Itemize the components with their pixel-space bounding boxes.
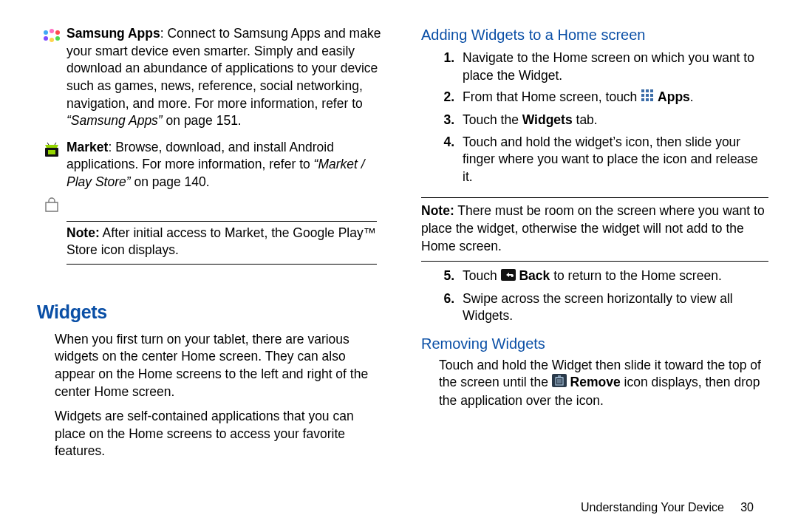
svg-rect-16: [650, 98, 653, 101]
market-icon: [37, 139, 66, 160]
widgets-p1: When you first turn on your tablet, ther…: [37, 331, 384, 401]
step-3-a: Touch the: [463, 112, 522, 127]
step-5: Touch Back to return to the Home screen.: [458, 267, 768, 285]
remove-b: Remove: [570, 375, 621, 389]
step-5-a: Touch: [463, 268, 501, 283]
samsung-apps-icon: [37, 25, 66, 43]
note-block: Note: There must be room on the screen w…: [421, 202, 768, 255]
svg-point-4: [50, 38, 54, 42]
footer-section: Understanding Your Device: [581, 501, 724, 514]
step-4-text: Touch and hold the widget’s icon, then s…: [463, 134, 758, 184]
note-rule-top: [421, 197, 768, 198]
svg-rect-15: [646, 98, 649, 101]
svg-rect-8: [641, 89, 644, 92]
svg-rect-10: [650, 89, 653, 92]
market-note-label: Note:: [66, 225, 100, 240]
svg-rect-9: [646, 89, 649, 92]
market-text2: on page 140.: [131, 174, 210, 189]
samsung-apps-ref: “Samsung Apps”: [66, 113, 163, 128]
svg-rect-13: [650, 94, 653, 97]
playstore-icon: [37, 194, 66, 214]
note-label: Note:: [421, 203, 454, 218]
adding-widgets-heading: Adding Widgets to a Home screen: [421, 25, 768, 45]
svg-rect-7: [48, 150, 55, 154]
market-note: Note: After initial access to Market, th…: [37, 225, 384, 259]
step-2-b: Apps: [658, 89, 690, 104]
svg-rect-11: [641, 94, 644, 97]
svg-rect-14: [641, 98, 644, 101]
note-text: There must be room on the screen where y…: [421, 203, 765, 253]
svg-point-3: [44, 36, 48, 41]
right-column: Adding Widgets to a Home screen Navigate…: [421, 25, 768, 495]
market-note-text: After initial access to Market, the Goog…: [66, 225, 376, 258]
market-label: Market: [66, 140, 108, 154]
left-column: Samsung Apps: Connect to Samsung Apps an…: [37, 25, 384, 495]
step-6-text: Swipe across the screen horizontally to …: [463, 291, 733, 324]
step-5-b: Back: [519, 268, 550, 283]
widgets-heading: Widgets: [37, 300, 384, 325]
step-6: Swipe across the screen horizontally to …: [458, 290, 768, 325]
trash-icon: [552, 374, 567, 392]
rule-top: [66, 221, 377, 222]
step-5-c: to return to the Home screen.: [550, 268, 721, 283]
step-3-c: tab.: [573, 112, 598, 127]
svg-point-2: [55, 30, 60, 35]
remove-widgets-para: Touch and hold the Widget then slide it …: [421, 357, 768, 410]
step-1: Navigate to the Home screen on which you…: [458, 50, 768, 84]
playstore-icon-row: [37, 194, 384, 214]
svg-point-5: [55, 36, 60, 41]
removing-widgets-heading: Removing Widgets: [421, 334, 768, 354]
market-item: Market: Browse, download, and install An…: [37, 139, 384, 191]
back-icon: [501, 268, 516, 286]
svg-point-1: [50, 29, 54, 33]
rule-bottom: [66, 264, 377, 265]
widgets-p2: Widgets are self-contained applications …: [37, 408, 384, 460]
note-rule-bottom: [421, 261, 768, 262]
apps-grid-icon: [641, 89, 654, 107]
step-2-a: From that Home screen, touch: [463, 89, 641, 104]
svg-rect-12: [646, 94, 649, 97]
samsung-apps-label: Samsung Apps: [66, 26, 160, 41]
samsung-apps-item: Samsung Apps: Connect to Samsung Apps an…: [37, 25, 384, 130]
footer-page-number: 30: [740, 501, 754, 514]
step-2: From that Home screen, touch Apps.: [458, 89, 768, 107]
step-1-text: Navigate to the Home screen on which you…: [463, 50, 754, 83]
step-2-c: .: [690, 89, 694, 104]
svg-point-0: [44, 30, 48, 35]
step-3: Touch the Widgets tab.: [458, 112, 768, 129]
step-4: Touch and hold the widget’s icon, then s…: [458, 134, 768, 186]
page-footer: Understanding Your Device 30: [581, 499, 754, 516]
step-3-b: Widgets: [522, 112, 573, 127]
samsung-apps-text2: on page 151.: [163, 113, 242, 128]
